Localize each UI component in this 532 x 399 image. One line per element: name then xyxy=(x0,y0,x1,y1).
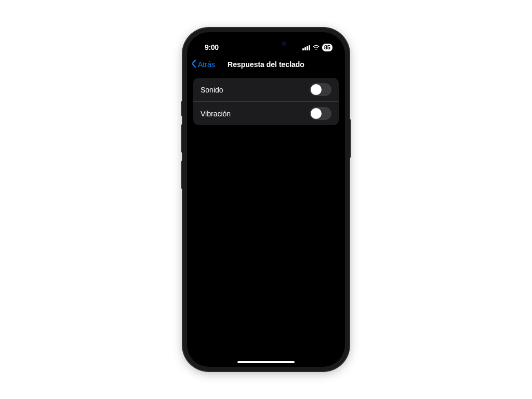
side-buttons-left xyxy=(181,101,183,197)
volume-up-button xyxy=(181,124,183,153)
wifi-icon xyxy=(312,43,320,51)
mute-switch xyxy=(181,101,183,116)
battery-indicator: 85 xyxy=(322,44,332,51)
settings-group: Sonido Vibración xyxy=(193,78,339,125)
dynamic-island xyxy=(243,37,289,50)
back-button[interactable]: Atrás xyxy=(191,59,215,70)
status-time: 9:00 xyxy=(205,43,219,51)
cellular-signal-icon xyxy=(302,45,310,50)
power-button xyxy=(349,119,351,158)
page-title: Respuesta del teclado xyxy=(228,60,304,69)
chevron-left-icon xyxy=(191,59,197,70)
settings-row-sound: Sonido xyxy=(193,78,339,101)
phone-frame: 9:00 85 Atrás Respu xyxy=(183,28,349,371)
settings-label: Vibración xyxy=(201,110,231,118)
toggle-vibration[interactable] xyxy=(310,107,331,120)
status-right: 85 xyxy=(302,43,332,51)
volume-down-button xyxy=(181,161,183,189)
toggle-knob xyxy=(311,108,322,119)
toggle-knob xyxy=(311,84,322,95)
home-indicator[interactable] xyxy=(237,361,295,363)
front-camera-icon xyxy=(282,42,286,46)
screen: 9:00 85 Atrás Respu xyxy=(187,32,345,367)
settings-row-vibration: Vibración xyxy=(193,101,339,125)
settings-label: Sonido xyxy=(201,86,223,94)
back-label: Atrás xyxy=(198,60,215,69)
nav-bar: Atrás Respuesta del teclado xyxy=(187,55,345,74)
toggle-sound[interactable] xyxy=(310,83,331,96)
